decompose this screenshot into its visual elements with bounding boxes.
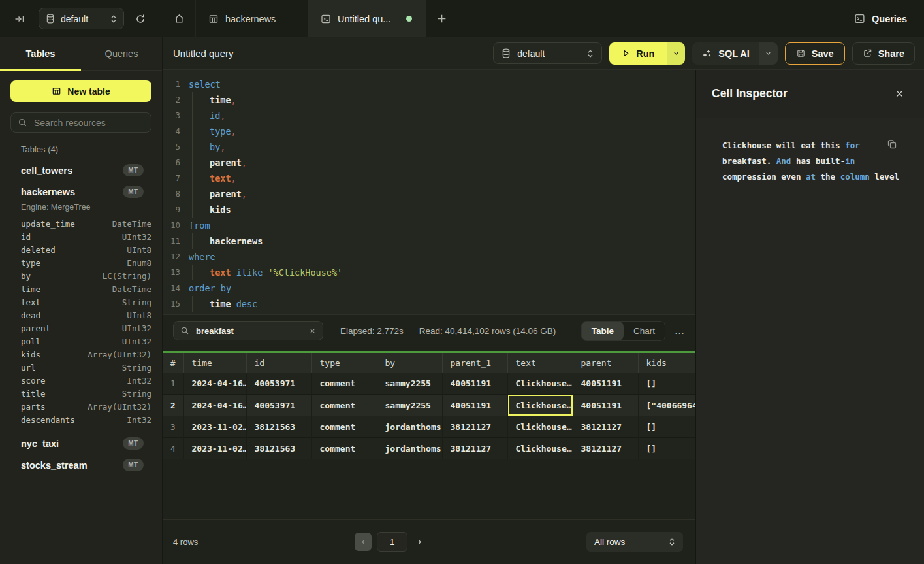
row-number-cell[interactable]: 2 [163, 395, 183, 416]
column-item: scoreInt32 [0, 374, 162, 387]
table-cell[interactable]: 38121127 [442, 438, 507, 459]
table-item[interactable]: hackernewsMT [0, 181, 162, 203]
table-cell[interactable]: Clickhouse… [507, 373, 573, 395]
copy-icon[interactable] [887, 139, 897, 150]
row-number-cell[interactable]: 1 [163, 373, 183, 395]
table-item[interactable]: stocks_streamMT [0, 454, 162, 476]
tab-hackernews[interactable]: hackernews [196, 0, 308, 37]
table-cell[interactable]: Clickhouse… [507, 395, 573, 416]
table-cell[interactable]: [] [638, 438, 695, 459]
table-cell[interactable]: jordanthoms [377, 438, 442, 459]
table-cell[interactable]: Clickhouse… [507, 438, 573, 459]
value-text: the [816, 172, 840, 182]
refresh-icon[interactable] [135, 14, 146, 24]
close-icon[interactable] [895, 89, 904, 99]
column-name: dead [21, 310, 40, 320]
pagination-next-button[interactable] [416, 539, 423, 546]
column-header[interactable]: parent [573, 352, 638, 373]
sql-ai-button[interactable]: SQL AI [692, 42, 759, 65]
column-header[interactable]: text [507, 352, 573, 373]
save-icon [796, 48, 806, 58]
sql-ai-options-button[interactable] [759, 42, 778, 65]
tab-home[interactable] [163, 0, 196, 37]
table-cell[interactable]: 40051191 [442, 373, 507, 395]
new-tab-button[interactable] [426, 0, 456, 37]
column-header[interactable]: kids [638, 352, 695, 373]
column-header[interactable]: type [311, 352, 377, 373]
table-cell[interactable]: sammy2255 [377, 373, 442, 395]
table-cell[interactable]: 2024-04-16… [183, 373, 246, 395]
page-size-selector[interactable]: All rows [586, 532, 683, 552]
column-type: String [122, 389, 151, 399]
row-number-cell[interactable]: 4 [163, 438, 183, 459]
code-token: text [210, 173, 231, 184]
view-toggle-table[interactable]: Table [582, 322, 624, 340]
column-header[interactable]: by [377, 352, 442, 373]
tab-strip: hackernews Untitled qu... [163, 0, 456, 37]
cell-inspector-header: Cell Inspector [696, 70, 924, 118]
code-token [231, 267, 236, 278]
code-content: parent, [189, 186, 695, 202]
column-type: LC(String) [103, 271, 151, 281]
table-cell[interactable]: comment [311, 373, 377, 395]
table-cell[interactable]: 40053971 [246, 373, 311, 395]
row-number-cell[interactable]: 3 [163, 416, 183, 438]
clear-filter-icon[interactable] [309, 327, 316, 335]
column-header[interactable]: # [163, 352, 183, 373]
more-options-icon[interactable]: … [671, 325, 689, 337]
table-cell[interactable]: 2024-04-16… [183, 395, 246, 416]
table-cell[interactable]: 40051191 [573, 395, 638, 416]
code-token: , [220, 142, 225, 152]
save-button[interactable]: Save [785, 42, 845, 65]
query-workspace: 1select2time,3id,4type,5by,6parent,7text… [163, 70, 695, 564]
new-table-button[interactable]: New table [10, 80, 151, 102]
table-cell[interactable]: Clickhouse… [507, 416, 573, 438]
tables-section-label: Tables (4) [21, 144, 151, 154]
table-cell[interactable]: 38121127 [442, 416, 507, 438]
table-cell[interactable]: comment [311, 416, 377, 438]
table-cell[interactable]: ["40066964… [638, 395, 695, 416]
table-cell[interactable]: jordanthoms [377, 416, 442, 438]
table-item[interactable]: cell_towersMT [0, 159, 162, 181]
table-cell[interactable]: [] [638, 416, 695, 438]
query-database-selector[interactable]: default [493, 42, 602, 64]
table-cell[interactable]: 40053971 [246, 395, 311, 416]
table-cell[interactable]: [] [638, 373, 695, 395]
search-resources-input[interactable] [33, 117, 144, 129]
table-cell[interactable]: 40051191 [573, 373, 638, 395]
table-cell[interactable]: 2023-11-02… [183, 438, 246, 459]
code-token: where [189, 252, 215, 262]
sidebar: Tables Queries New table Tables (4) cell… [0, 37, 163, 564]
column-item: update_timeDateTime [0, 217, 162, 230]
table-cell[interactable]: 2023-11-02… [183, 416, 246, 438]
collapse-sidebar-icon[interactable] [14, 14, 25, 24]
share-button[interactable]: Share [852, 42, 915, 65]
view-toggle-chart[interactable]: Chart [624, 322, 665, 340]
column-header[interactable]: parent_1 [442, 352, 507, 373]
page-number-input[interactable] [377, 532, 407, 552]
table-cell[interactable]: 38121563 [246, 416, 311, 438]
sql-editor[interactable]: 1select2time,3id,4type,5by,6parent,7text… [163, 70, 695, 314]
table-cell[interactable]: 38121563 [246, 438, 311, 459]
column-header[interactable]: id [246, 352, 311, 373]
run-options-button[interactable] [667, 42, 685, 65]
sidebar-tab-queries[interactable]: Queries [81, 37, 162, 70]
table-cell[interactable]: 40051191 [442, 395, 507, 416]
results-filter-input[interactable] [195, 325, 304, 337]
code-token: hackernews [210, 236, 263, 246]
table-cell[interactable]: sammy2255 [377, 395, 442, 416]
table-cell[interactable]: comment [311, 395, 377, 416]
table-cell[interactable]: comment [311, 438, 377, 459]
code-content: text, [189, 171, 695, 186]
column-header[interactable]: time [183, 352, 246, 373]
tab-untitled-query[interactable]: Untitled qu... [308, 0, 426, 37]
code-content: type, [189, 124, 695, 139]
sidebar-tab-tables[interactable]: Tables [0, 37, 81, 70]
pagination-prev-button[interactable] [355, 533, 372, 551]
run-button[interactable]: Run [609, 42, 667, 65]
table-item[interactable]: nyc_taxiMT [0, 433, 162, 454]
table-cell[interactable]: 38121127 [573, 438, 638, 459]
database-selector[interactable]: default [39, 8, 124, 29]
table-cell[interactable]: 38121127 [573, 416, 638, 438]
queries-button[interactable]: Queries [854, 0, 924, 37]
